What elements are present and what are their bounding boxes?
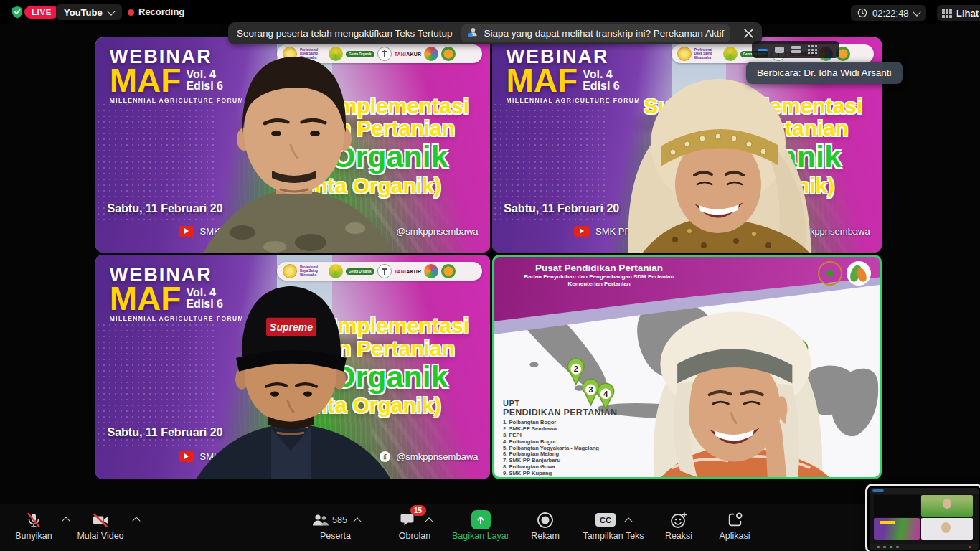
webinar-topic: Sukses Implementasi Gerakan Pertanian Pr… [237,95,482,197]
topic-line-4: (Genta Organik) [237,394,482,417]
minimize-view-button[interactable] [758,49,768,51]
transcript-permission-link[interactable]: Siapa yang dapat melihat transkrip ini? … [461,24,730,42]
watermark-handle: @smkppnsembawa [788,226,870,237]
chat-button[interactable]: 15 Obrolan [390,510,440,541]
petani-logo [424,47,438,61]
channel-name: SMK PP [595,226,631,237]
leaf-logo [723,47,738,61]
bppsdmp-logo [847,261,871,286]
record-icon [536,511,555,529]
channel-name: SMK PP [200,451,235,462]
record-button[interactable]: Rekam [522,510,569,541]
view-button[interactable]: Lihat [937,5,980,21]
genta-organik-logo: Genta Organik [346,51,374,57]
reactions-button[interactable]: Reaksi [657,510,700,541]
stacked-view-button[interactable] [791,46,801,53]
apps-button[interactable]: Aplikasi [709,510,760,541]
webinar-volume: Vol. 4 [186,69,223,80]
video-tile-participant-1[interactable]: WEBINAR MAF Vol. 4Edisi 6 MILLENNIAL AGR… [95,37,490,253]
slide-logos [818,261,871,286]
topic-line-1: Sukses Implementasi [237,95,482,118]
close-icon[interactable] [744,29,753,38]
map-pin-4: 4 [603,390,608,398]
webinar-topic: Sukses Implementasi Gerakan Pertanian Pr… [632,95,874,197]
tani-akur-round-logo [441,47,456,61]
clock-icon [857,8,867,18]
webinar-edition: Edisi 6 [186,298,223,310]
audio-options-chevron[interactable] [63,514,69,527]
webinar-topic: Sukses Implementasi Gerakan Pertanian Pr… [237,314,482,417]
webinar-volume: Vol. 4 [583,69,620,80]
unmute-button[interactable]: Bunyikan [9,510,59,541]
kementan-logo [283,47,297,61]
security-shield-icon[interactable] [10,5,24,19]
chat-unread-badge: 15 [410,505,426,516]
taniakur-logo: TANIAKUR [395,269,422,274]
webinar-volume: Vol. 4 [186,287,223,298]
webinar-footer: SMK PP @smkppnsembawa [574,226,870,237]
meeting-toolbar: Bunyikan Mulai Video [0,504,980,551]
slide-header-text: Pusat Pendidikan Pertanian Badan Penyulu… [513,263,685,288]
webinar-acronym: MAF [110,66,182,95]
timer-value: 02:22:48 [872,8,909,19]
webinar-brand: WEBINAR MAF Vol. 4Edisi 6 MILLENNIAL AGR… [507,46,641,104]
scales-logo [377,47,392,61]
webinar-subtitle: MILLENNIAL AGRICULTURE FORUM [110,97,244,104]
show-captions-button[interactable]: CC Tampilkan Teks [574,510,653,541]
webinar-edition: Edisi 6 [583,80,620,92]
meeting-timer[interactable]: 02:22:48 [851,5,926,21]
slide-title: Pusat Pendidikan Pertanian [513,263,685,273]
share-screen-button[interactable]: Bagikan Layar [443,510,518,541]
upt-item: 10. Polbangtan Manokwari [503,477,617,479]
webinar-subtitle: MILLENNIAL AGRICULTURE FORUM [110,315,244,322]
map-pin-3: 3 [588,385,593,394]
kementan-logo [677,47,692,61]
upt-heading-1: UPT [503,399,617,408]
apps-icon [726,511,744,529]
captions-chevron[interactable] [624,517,632,525]
webinar-subtitle: MILLENNIAL AGRICULTURE FORUM [507,97,641,104]
participants-chevron[interactable] [353,517,361,525]
participant-icon [468,27,479,40]
chevron-down-icon [913,8,920,16]
video-layout-controls [752,41,839,58]
topic-line-2: Gerakan Pertanian [632,117,874,140]
video-tile-active-speaker[interactable]: 1 2 3 4 10 Pusat Pendidikan Pertanian Ba… [492,255,882,479]
tani-akur-round-logo [441,264,456,278]
scales-logo [377,264,392,278]
webinar-date: Sabtu, 11 Februari 20 [108,426,223,439]
toast-secondary-text: Siapa yang dapat melihat transkrip ini? … [484,28,724,39]
watermark-handle: @smkppnsembawa [396,451,478,462]
video-tile-participant-3[interactable]: WEBINAR MAF Vol. 4Edisi 6 MILLENNIAL AGR… [95,255,490,479]
webinar-edition: Edisi 6 [186,80,223,92]
youtube-label: YouTube [64,7,103,18]
webinar-acronym: MAF [110,284,182,313]
youtube-stream-button[interactable]: YouTube [56,4,122,20]
kementan-logo [283,264,297,278]
sponsor-logos-bar: Profesional Daya Saing Wirausaha Genta O… [277,44,482,63]
upt-heading-2: PENDIDIKAN PERTANIAN [503,408,617,418]
start-video-button[interactable]: Mulai Video [73,510,128,541]
chat-chevron[interactable] [425,517,433,525]
profesional-logo-text: Profesional Daya Saing Wirausaha [300,48,326,60]
gallery-grid-icon [942,9,952,18]
topic-line-4: (Genta Organik) [632,174,874,197]
topic-line-3: Pro Organik [632,141,874,174]
meeting-preview-thumbnail[interactable] [865,484,980,551]
gallery-view-button[interactable] [808,45,817,54]
youtube-play-icon [179,226,194,237]
speaker-view-button[interactable] [775,47,784,53]
zoom-meeting-window: LIVE YouTube Recording Seorang peserta t… [0,0,980,551]
video-options-chevron[interactable] [133,514,139,527]
webinar-brand: WEBINAR MAF Vol. 4Edisi 6 MILLENNIAL AGR… [110,264,244,322]
topic-line-3: Pro Organik [237,361,482,394]
petani-logo [424,264,438,278]
watermark-handle: @smkppnsembawa [396,226,478,237]
participants-button[interactable]: 585 Peserta [301,510,369,541]
webinar-footer: SMK PP @smkppnsembawa [179,226,479,237]
topic-line-2: Gerakan Pertanian [237,337,482,360]
live-badge: LIVE [24,6,59,19]
kementan-logo [818,261,842,286]
preview-screen [870,488,979,550]
leaf-logo [329,264,343,278]
